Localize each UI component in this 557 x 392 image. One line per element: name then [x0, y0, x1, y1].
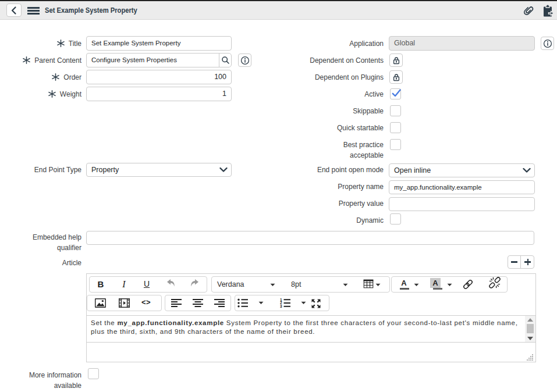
- svg-text:3: 3: [280, 304, 282, 308]
